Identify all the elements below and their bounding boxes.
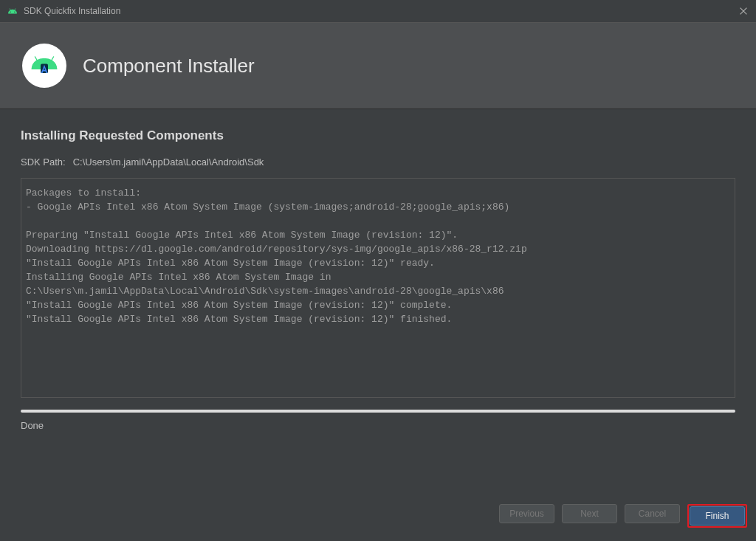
android-icon [7,6,18,16]
section-heading: Installing Requested Components [21,128,735,143]
window-titlebar: SDK Quickfix Installation [0,0,756,22]
sdk-path-row: SDK Path: C:\Users\m.jamil\AppData\Local… [21,156,735,168]
cancel-button: Cancel [625,504,680,523]
previous-button: Previous [499,504,554,523]
wizard-content: Installing Requested Components SDK Path… [0,109,756,431]
status-text: Done [21,420,735,431]
progress-bar [21,410,735,413]
wizard-button-row: Previous Next Cancel Finish [499,497,747,535]
sdk-path-label: SDK Path: [21,156,66,168]
next-button: Next [562,504,617,523]
finish-highlight: Finish [687,504,747,528]
android-studio-icon [22,44,66,88]
install-log: Packages to install: - Google APIs Intel… [21,178,735,398]
close-icon[interactable] [738,6,749,16]
window-title: SDK Quickfix Installation [24,6,120,16]
wizard-header: Component Installer [0,22,756,109]
finish-button[interactable]: Finish [690,506,745,526]
titlebar-left: SDK Quickfix Installation [7,6,120,16]
sdk-path-value: C:\Users\m.jamil\AppData\Local\Android\S… [73,156,264,168]
wizard-title: Component Installer [83,55,255,77]
